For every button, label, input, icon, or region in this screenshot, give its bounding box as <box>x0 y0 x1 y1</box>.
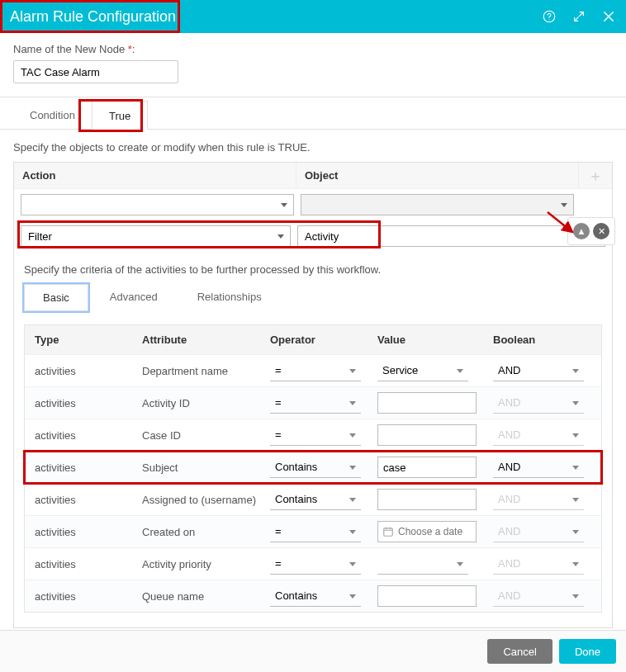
ao-row-filter: Filter Activity ▲ ✕ <box>14 220 612 252</box>
cell-boolean: AND <box>493 585 591 607</box>
col-operator: Operator <box>270 334 377 346</box>
cell-attribute: Queue name <box>142 590 270 603</box>
subtabs: Basic Advanced Relationships <box>24 284 602 311</box>
cell-operator: Contains <box>270 585 377 607</box>
col-boolean: Boolean <box>493 334 591 346</box>
cell-type: activities <box>35 526 142 538</box>
cell-value <box>377 553 493 575</box>
expand-icon[interactable] <box>571 9 586 24</box>
operator-select[interactable]: = <box>270 553 361 575</box>
table-row: activitiesDepartment name=ServiceAND <box>25 354 601 386</box>
remove-row-button[interactable]: ✕ <box>593 223 609 239</box>
cell-operator: = <box>270 360 377 381</box>
value-input[interactable] <box>377 392 477 414</box>
cell-type: activities <box>35 429 142 442</box>
cell-attribute: Department name <box>142 365 270 377</box>
boolean-select: AND <box>493 553 584 575</box>
ao-header: Action Object ＋ <box>14 163 612 189</box>
dialog-title: Alarm Rule Configuration <box>10 8 176 26</box>
operator-select[interactable]: Contains <box>270 489 361 510</box>
boolean-select: AND <box>493 585 584 607</box>
subtab-basic[interactable]: Basic <box>24 284 88 311</box>
table-row: activitiesActivity priority=AND <box>25 547 601 580</box>
cell-operator: = <box>270 521 377 542</box>
action-select-filter[interactable]: Filter <box>21 225 291 247</box>
svg-point-1 <box>548 19 549 20</box>
cell-boolean: AND <box>493 521 591 542</box>
operator-select[interactable]: = <box>270 392 361 414</box>
node-name-input[interactable] <box>13 60 178 83</box>
cell-attribute: Assigned to (username) <box>142 494 270 506</box>
cell-boolean: AND <box>493 553 591 575</box>
boolean-select: AND <box>493 424 584 446</box>
col-value: Value <box>377 334 493 346</box>
table-row: activitiesCreated on=AND <box>25 515 601 547</box>
cell-attribute: Created on <box>142 526 270 538</box>
close-icon[interactable] <box>601 9 616 24</box>
calendar-icon <box>382 526 394 537</box>
action-select-blank[interactable] <box>21 194 294 215</box>
table-row: activitiesCase ID=AND <box>25 419 601 451</box>
boolean-select[interactable]: AND <box>493 360 584 381</box>
operator-select[interactable]: Contains <box>270 585 361 607</box>
action-header: Action <box>14 163 296 188</box>
cell-operator: Contains <box>270 489 377 510</box>
col-attribute: Attribute <box>142 334 270 346</box>
table-row: activitiesAssigned to (username)Contains… <box>25 483 601 515</box>
required-asterisk: * <box>128 43 132 55</box>
row-side-buttons: ▲ ✕ <box>567 217 615 245</box>
value-input[interactable] <box>377 457 477 478</box>
cell-value <box>377 585 493 607</box>
object-select-activity[interactable]: Activity <box>297 225 605 247</box>
cell-value <box>377 392 493 414</box>
subtab-advanced[interactable]: Advanced <box>92 284 176 311</box>
true-panel: Specify the objects to create or modify … <box>0 130 626 637</box>
object-header: Object <box>296 163 579 188</box>
node-name-label: Name of the New Node *: <box>13 43 613 55</box>
cell-boolean: AND <box>493 489 591 510</box>
cancel-button[interactable]: Cancel <box>487 639 552 664</box>
value-input[interactable] <box>377 424 477 446</box>
operator-select[interactable]: = <box>270 424 361 446</box>
object-select-blank[interactable] <box>301 194 574 215</box>
table-row: activitiesActivity ID=AND <box>25 386 601 419</box>
cell-value <box>377 521 493 542</box>
tab-true[interactable]: True <box>92 101 148 130</box>
cell-value: Service <box>377 360 493 381</box>
cell-operator: Contains <box>270 457 377 478</box>
operator-select[interactable]: = <box>270 360 361 381</box>
table-row: activitiesSubjectContainsAND <box>25 451 601 483</box>
cell-type: activities <box>35 397 142 409</box>
cell-type: activities <box>35 590 142 603</box>
criteria-table: Type Attribute Operator Value Boolean ac… <box>24 324 602 613</box>
operator-select[interactable]: = <box>270 521 361 542</box>
value-select[interactable]: Service <box>377 360 468 381</box>
boolean-select: AND <box>493 521 584 542</box>
action-object-block: Action Object ＋ Filter Activity ▲ ✕ Spec… <box>13 162 613 628</box>
cell-attribute: Activity ID <box>142 397 270 409</box>
add-rule-button[interactable]: ＋ <box>579 163 612 188</box>
footer-bar: Cancel Done <box>0 630 626 672</box>
operator-select[interactable]: Contains <box>270 457 361 478</box>
boolean-select: AND <box>493 392 584 414</box>
value-input[interactable] <box>377 585 477 607</box>
cell-operator: = <box>270 553 377 575</box>
cell-operator: = <box>270 424 377 446</box>
col-type: Type <box>35 334 142 346</box>
boolean-select: AND <box>493 489 584 510</box>
tab-condition[interactable]: Condition <box>13 101 92 129</box>
value-select[interactable] <box>377 553 468 575</box>
help-icon[interactable] <box>542 9 557 24</box>
criteria-table-head: Type Attribute Operator Value Boolean <box>25 325 601 354</box>
cell-attribute: Subject <box>142 461 270 474</box>
cell-value <box>377 457 493 478</box>
subtab-relationships[interactable]: Relationships <box>179 284 280 311</box>
cell-boolean: AND <box>493 360 591 381</box>
done-button[interactable]: Done <box>559 639 616 664</box>
cell-value <box>377 424 493 446</box>
move-up-button[interactable]: ▲ <box>573 223 590 239</box>
boolean-select[interactable]: AND <box>493 457 584 478</box>
value-input[interactable] <box>377 489 477 510</box>
cell-operator: = <box>270 392 377 414</box>
ao-row-blank <box>14 189 612 220</box>
